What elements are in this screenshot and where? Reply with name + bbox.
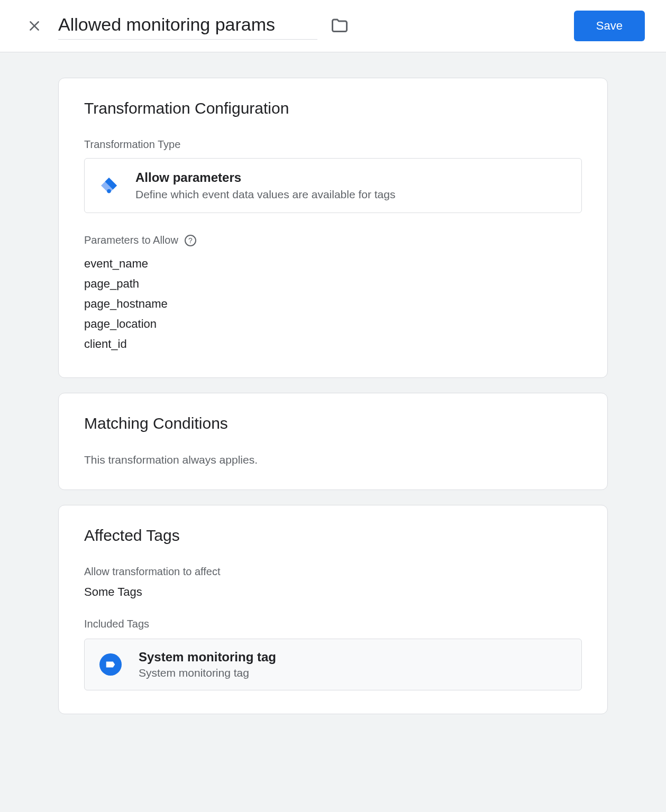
type-description: Define which event data values are avail… bbox=[135, 188, 395, 201]
transformation-type-label: Transformation Type bbox=[84, 139, 582, 151]
svg-point-4 bbox=[107, 189, 111, 193]
folder-icon bbox=[330, 16, 349, 35]
param-list: event_name page_path page_hostname page_… bbox=[84, 254, 582, 354]
type-name: Allow parameters bbox=[135, 170, 395, 185]
tag-icon bbox=[105, 659, 116, 670]
param-item: event_name bbox=[84, 254, 582, 274]
params-label: Parameters to Allow ? bbox=[84, 234, 582, 246]
content-area: Transformation Configuration Transformat… bbox=[0, 52, 666, 761]
matching-conditions-card[interactable]: Matching Conditions This transformation … bbox=[58, 393, 608, 490]
transformation-type-selector[interactable]: Allow parameters Define which event data… bbox=[84, 158, 582, 213]
param-item: page_hostname bbox=[84, 294, 582, 314]
param-item: page_location bbox=[84, 314, 582, 334]
matching-description: This transformation always applies. bbox=[84, 454, 582, 466]
affect-label: Allow transformation to affect bbox=[84, 566, 582, 578]
tag-subtitle: System monitoring tag bbox=[139, 667, 276, 679]
param-item: page_path bbox=[84, 274, 582, 294]
folder-button[interactable] bbox=[330, 16, 349, 35]
title-input[interactable] bbox=[58, 12, 317, 40]
affected-title: Affected Tags bbox=[84, 527, 582, 545]
transformation-title: Transformation Configuration bbox=[84, 99, 582, 117]
help-icon[interactable]: ? bbox=[185, 235, 196, 246]
affect-value: Some Tags bbox=[84, 585, 582, 599]
matching-title: Matching Conditions bbox=[84, 414, 582, 432]
included-tags-label: Included Tags bbox=[84, 618, 582, 630]
tag-manager-icon bbox=[99, 176, 118, 195]
tag-icon-wrap bbox=[99, 653, 122, 676]
page-header: Save bbox=[0, 0, 666, 52]
close-icon bbox=[28, 19, 41, 33]
tag-name: System monitoring tag bbox=[139, 650, 276, 665]
affected-tags-card[interactable]: Affected Tags Allow transformation to af… bbox=[58, 505, 608, 714]
transformation-card[interactable]: Transformation Configuration Transformat… bbox=[58, 78, 608, 378]
included-tag-item[interactable]: System monitoring tag System monitoring … bbox=[84, 639, 582, 690]
save-button[interactable]: Save bbox=[574, 11, 645, 41]
close-button[interactable] bbox=[21, 13, 48, 39]
param-item: client_id bbox=[84, 334, 582, 354]
